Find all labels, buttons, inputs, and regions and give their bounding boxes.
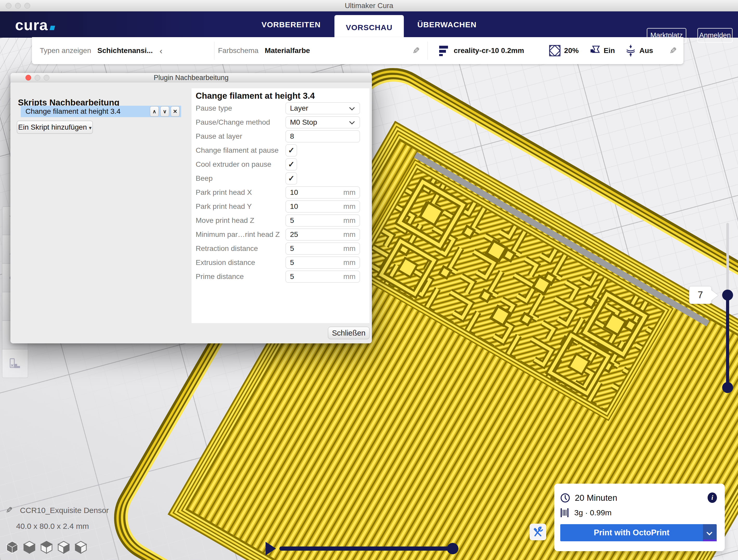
view-front-icon[interactable] <box>23 541 35 554</box>
field-value: 5 <box>290 257 294 268</box>
form-row: Pause at layer8 <box>196 130 365 142</box>
tab-preview[interactable]: VORSCHAU <box>334 15 404 40</box>
form-row: Pause typeLayer <box>196 102 365 114</box>
infill-icon <box>549 45 561 56</box>
color-scheme-label: Farbschema <box>218 46 259 55</box>
move-script-up-button[interactable]: ∧ <box>150 106 159 117</box>
field-value: 25 <box>290 229 298 240</box>
signin-button[interactable]: Anmelden <box>697 28 733 43</box>
print-options-dropdown[interactable] <box>703 524 717 541</box>
field-label: Beep <box>196 174 286 182</box>
field-label: Move print head Z <box>196 216 286 225</box>
field-label: Minimum par…rint head Z <box>196 230 286 239</box>
layers-icon <box>439 45 449 57</box>
view-3d-icon[interactable] <box>6 541 18 554</box>
tooltip-arrow <box>711 290 718 301</box>
info-icon[interactable]: i <box>708 493 717 503</box>
edit-view-pencil-icon[interactable]: ✎ <box>412 45 420 56</box>
hammer-wrench-icon <box>532 526 543 538</box>
infill-value: 20% <box>564 46 579 55</box>
remove-script-button[interactable]: ✕ <box>171 106 179 117</box>
number-input[interactable]: 25mm <box>286 228 360 240</box>
script-settings-heading: Change filament at height 3.4 <box>196 91 315 101</box>
move-script-down-button[interactable]: ∨ <box>160 106 169 117</box>
rename-object-pencil-icon[interactable]: ✎ <box>6 505 13 515</box>
number-input[interactable]: 10mm <box>286 200 360 212</box>
main-header: cura VORBEREITEN VORSCHAU ÜBERWACHEN Mar… <box>0 11 738 38</box>
checkbox[interactable]: ✓ <box>286 172 297 184</box>
tab-monitor[interactable]: ÜBERWACHEN <box>416 11 478 38</box>
object-name: CCR10_Exquisite Densor <box>20 506 109 515</box>
field-value: 10 <box>290 201 298 212</box>
object-dimensions: 40.0 x 80.0 x 2.4 mm <box>16 522 109 531</box>
tab-prepare[interactable]: VORBEREITEN <box>260 11 322 38</box>
caret-down-icon: ▾ <box>89 125 91 131</box>
view-top-icon[interactable] <box>41 541 52 554</box>
number-input[interactable]: 5mm <box>286 214 360 226</box>
add-script-button[interactable]: Ein Skript hinzufügen ▾ <box>17 121 93 134</box>
path-slider-handle[interactable] <box>447 543 458 554</box>
adjust-settings-button[interactable] <box>529 524 546 540</box>
field-label: Park print head X <box>196 188 286 197</box>
printer-profile-value: creality-cr-10 0.2mm <box>454 46 524 55</box>
object-info: ✎CCR10_Exquisite Densor 40.0 x 80.0 x 2.… <box>6 505 109 531</box>
macos-titlebar: Ultimaker Cura <box>0 0 738 11</box>
view-type-selector[interactable]: Typen anzeigen Schichtenansi... ‹ <box>32 37 214 64</box>
play-preview-button[interactable] <box>266 542 276 555</box>
support-icon <box>590 45 601 56</box>
form-row: Change filament at pause✓ <box>196 144 365 156</box>
adhesion-icon <box>625 44 636 57</box>
field-label: Retraction distance <box>196 244 286 253</box>
dialog-titlebar[interactable]: Plugin Nachbearbeitung <box>10 73 372 82</box>
number-input[interactable]: 10mm <box>286 186 360 198</box>
field-label: Pause type <box>196 104 286 112</box>
form-row: Beep✓ <box>196 172 365 184</box>
checkbox[interactable]: ✓ <box>286 158 297 170</box>
dropdown-select[interactable]: Layer <box>286 102 360 114</box>
view-right-icon[interactable] <box>75 541 87 554</box>
material-estimate: 3g · 0.99m <box>574 508 612 517</box>
window-title: Ultimaker Cura <box>0 0 738 11</box>
collapse-chevron-icon[interactable]: ‹ <box>159 46 162 56</box>
number-input[interactable]: 8 <box>286 130 360 142</box>
adhesion-value: Aus <box>639 46 653 55</box>
form-row: Prime distance5mm <box>196 270 365 283</box>
view-left-icon[interactable] <box>58 541 70 554</box>
form-row: Retraction distance5mm <box>196 242 365 254</box>
layer-slider-lower-handle[interactable] <box>722 382 733 393</box>
chevron-down-icon <box>349 105 355 110</box>
form-row: Cool extruder on pause✓ <box>196 158 365 170</box>
unit-label: mm <box>343 243 355 254</box>
layer-slider-range[interactable] <box>726 295 729 388</box>
color-scheme-value: Materialfarbe <box>265 46 310 55</box>
field-label: Extrusion distance <box>196 258 286 267</box>
unit-label: mm <box>343 271 355 283</box>
unit-label: mm <box>343 215 355 226</box>
number-input[interactable]: 5mm <box>286 270 360 283</box>
script-list-item-selected[interactable]: Change filament at height 3.4 ∧ ∨ ✕ <box>21 106 181 117</box>
layer-number-tooltip: 7 <box>689 286 712 304</box>
print-settings-summary[interactable]: creality-cr-10 0.2mm 20% Ein Aus ✎ <box>428 37 683 64</box>
tool-per-model-settings-button[interactable] <box>2 349 28 378</box>
app-window: Ultimaker Cura cura VORBEREITEN VORSCHAU… <box>0 0 738 560</box>
print-time-estimate: 20 Minuten <box>575 493 617 503</box>
path-slider[interactable] <box>279 547 453 551</box>
chevron-down-icon <box>349 119 355 124</box>
field-value: 5 <box>290 215 294 226</box>
field-value: 5 <box>290 271 294 283</box>
view-type-value: Schichtenansi... <box>97 46 153 55</box>
unit-label: mm <box>343 229 355 240</box>
field-label: Park print head Y <box>196 202 286 211</box>
checkbox[interactable]: ✓ <box>286 144 297 156</box>
color-scheme-selector[interactable]: Farbschema Materialfarbe ✎ <box>215 37 427 64</box>
layer-slider-upper-handle[interactable] <box>722 290 733 301</box>
script-settings-panel: Change filament at height 3.4 Pause type… <box>192 88 370 323</box>
close-dialog-button[interactable]: Schließen <box>328 327 370 339</box>
print-button[interactable]: Print with OctoPrint <box>560 524 703 541</box>
number-input[interactable]: 5mm <box>286 242 360 254</box>
edit-print-settings-pencil-icon[interactable]: ✎ <box>669 45 677 56</box>
view-toolbar: Typen anzeigen Schichtenansi... ‹ Farbsc… <box>32 37 683 64</box>
dropdown-select[interactable]: M0 Stop <box>286 116 360 128</box>
number-input[interactable]: 5mm <box>286 256 360 268</box>
script-settings-rows: Pause typeLayerPause/Change methodM0 Sto… <box>196 102 365 285</box>
